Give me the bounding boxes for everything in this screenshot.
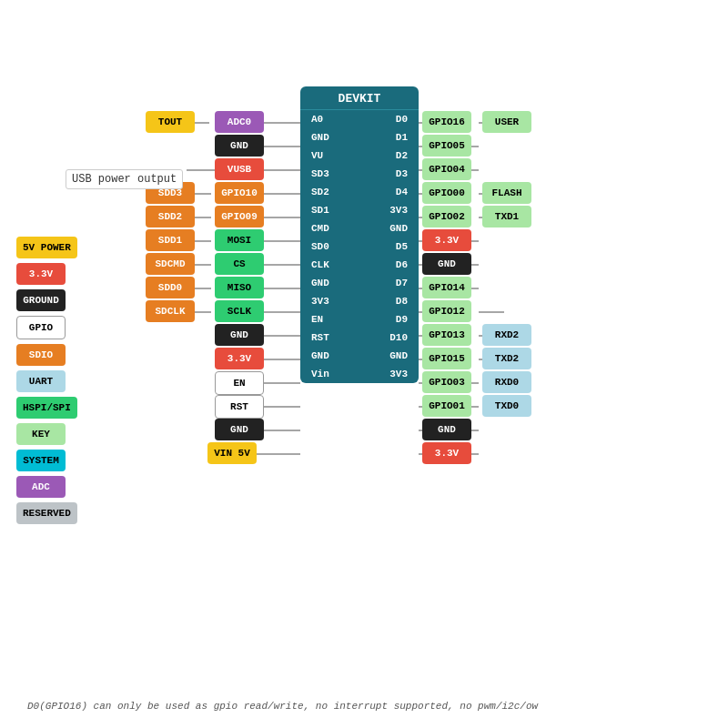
pin-mosi: MOSI: [215, 229, 264, 251]
legend-label: HSPI/SPI: [16, 397, 77, 419]
pin-tout: TOUT: [146, 111, 195, 133]
pin-33v-right: 3.3V: [422, 229, 471, 251]
pin-gpio05: GPIO05: [422, 135, 471, 157]
chip-row: GNDD7: [300, 274, 419, 292]
legend-item-uart: UART: [16, 370, 77, 392]
chip-row: Vin3V3: [300, 365, 419, 383]
pin-label: GPIO12: [422, 300, 471, 322]
chip-row: CLKD6: [300, 256, 419, 274]
legend-label: ADC: [16, 476, 66, 498]
legend-label: 3.3V: [16, 263, 66, 285]
legend-item-reserved: RESERVED: [16, 502, 77, 524]
pin-rxd0: RXD0: [482, 371, 531, 393]
pin-sdd0: SDD0: [146, 277, 195, 298]
chip-row: SD2D4: [300, 183, 419, 201]
pin-label: FLASH: [482, 182, 531, 204]
pin-label: SDCLK: [146, 300, 195, 322]
pin-label: MOSI: [215, 229, 264, 251]
pin-sdclk: SDCLK: [146, 300, 195, 322]
chip-row: END9: [300, 310, 419, 329]
chip-row: A0D0: [300, 110, 419, 128]
pin-gpio14: GPIO14: [422, 277, 471, 298]
chip-title: DEVKIT: [300, 86, 419, 110]
legend-item-gpio: GPIO: [16, 316, 77, 339]
pin-label: 3.3V: [215, 348, 264, 369]
pin-gnd3: GND: [215, 419, 264, 440]
legend-item-33v: 3.3V: [16, 263, 77, 285]
pin-rst: RST: [215, 395, 264, 419]
pin-label: SDCMD: [146, 253, 195, 275]
legend-item-hspi: HSPI/SPI: [16, 397, 77, 419]
pin-label: EN: [215, 371, 264, 395]
pin-gpio02: GPIO02: [422, 206, 471, 228]
chip-row: VUD2: [300, 147, 419, 165]
legend-item-system: SYSTEM: [16, 450, 77, 471]
pin-label: GPIO05: [422, 135, 471, 157]
pin-rxd2: RXD2: [482, 324, 531, 346]
legend-label: SDIO: [16, 344, 66, 366]
legend-label: SYSTEM: [16, 450, 66, 471]
pin-label: VUSB: [215, 158, 264, 180]
pin-label: GND: [215, 135, 264, 157]
pin-label: ADC0: [215, 111, 264, 133]
legend-label: GPIO: [16, 316, 66, 339]
pin-vin5v: VIN 5V: [207, 442, 257, 464]
pin-label: RXD2: [482, 324, 531, 346]
pin-sdd2: SDD2: [146, 206, 195, 228]
pin-label: GPIO04: [422, 158, 471, 180]
chip-row: SD0D5: [300, 238, 419, 256]
pin-txd0: TXD0: [482, 395, 531, 417]
pin-gpio12: GPIO12: [422, 300, 471, 322]
legend-label: RESERVED: [16, 502, 77, 524]
pin-gnd-right1: GND: [422, 253, 471, 275]
pin-gnd-right2: GND: [422, 419, 471, 440]
pin-sdcmd: SDCMD: [146, 253, 195, 275]
pin-label: GPIO00: [422, 182, 471, 204]
pin-gpio09: GPIO09: [215, 206, 264, 228]
legend-item-key: KEY: [16, 423, 77, 445]
pin-label: TXD0: [482, 395, 531, 417]
pin-label: GPIO09: [215, 206, 264, 228]
pin-label: MISO: [215, 277, 264, 298]
pin-label: SCLK: [215, 300, 264, 322]
pin-label: GND: [422, 253, 471, 275]
pin-label: RXD0: [482, 371, 531, 393]
pin-label: GPIO03: [422, 371, 471, 393]
pin-txd1: TXD1: [482, 206, 531, 228]
pin-label: GND: [215, 324, 264, 346]
pin-vusb: VUSB: [215, 158, 264, 180]
legend-label: GROUND: [16, 289, 66, 311]
pin-label: RST: [215, 395, 264, 419]
pin-label: GPIO10: [215, 182, 264, 204]
pin-label: GPIO13: [422, 324, 471, 346]
pin-gpio16: GPIO16: [422, 111, 471, 133]
pin-miso: MISO: [215, 277, 264, 298]
chip-row: 3V3D8: [300, 292, 419, 310]
pin-label: GPIO16: [422, 111, 471, 133]
pin-label: TXD2: [482, 348, 531, 369]
legend-item-5v: 5V POWER: [16, 237, 77, 258]
pin-label: USER: [482, 111, 531, 133]
legend-item-ground: GROUND: [16, 289, 77, 311]
pin-gpio03: GPIO03: [422, 371, 471, 393]
legend-item-sdio: SDIO: [16, 344, 77, 366]
pin-sdd1: SDD1: [146, 229, 195, 251]
pin-gpio10: GPIO10: [215, 182, 264, 204]
pin-label: GND: [215, 419, 264, 440]
pin-label: GPIO01: [422, 395, 471, 417]
chip-row: SD13V3: [300, 201, 419, 219]
pin-adc0: ADC0: [215, 111, 264, 133]
chip-row: GNDD1: [300, 128, 419, 147]
chip: DEVKIT A0D0 GNDD1 VUD2 SD3D3 SD2D4 SD13V…: [300, 86, 419, 383]
pin-sclk: SCLK: [215, 300, 264, 322]
pin-gpio13: GPIO13: [422, 324, 471, 346]
footnote: D0(GPIO16) can only be used as gpio read…: [27, 701, 538, 712]
pin-label: GPIO14: [422, 277, 471, 298]
pin-label: GPIO02: [422, 206, 471, 228]
pin-label: SDD2: [146, 206, 195, 228]
pin-33v-right2: 3.3V: [422, 442, 471, 464]
pin-label: TOUT: [146, 111, 195, 133]
pin-gpio04: GPIO04: [422, 158, 471, 180]
pin-label: SDD1: [146, 229, 195, 251]
pin-label: GPIO15: [422, 348, 471, 369]
